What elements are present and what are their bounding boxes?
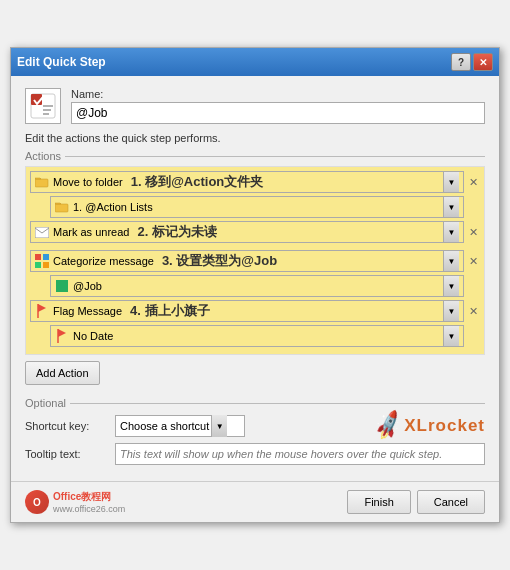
svg-rect-5 — [35, 179, 48, 187]
flag-small-icon — [55, 329, 69, 343]
svg-rect-6 — [55, 204, 68, 212]
action-1-sub-dropdown[interactable]: 1. @Action Lists ▼ — [50, 196, 464, 218]
edit-quick-step-dialog: Edit Quick Step ? ✕ Name: — [10, 47, 500, 523]
action-row-4: Flag Message 4. 插上小旗子 ▼ ✕ — [30, 300, 480, 322]
spacer — [466, 275, 480, 297]
action-3-sub-label: @Job — [73, 280, 102, 292]
action-row-2: Mark as unread 2. 标记为未读 ▼ ✕ — [30, 221, 480, 243]
action-1-dropdown[interactable]: Move to folder 1. 移到@Action文件夹 ▼ — [30, 171, 464, 193]
svg-rect-10 — [35, 262, 41, 268]
action-1-close[interactable]: ✕ — [466, 175, 480, 189]
name-label: Name: — [71, 88, 485, 100]
shortcut-placeholder: Choose a shortcut — [120, 420, 209, 432]
action-2-arrow[interactable]: ▼ — [443, 222, 459, 242]
tooltip-row: Tooltip text: — [25, 443, 485, 465]
rocket-icon: 🚀 — [372, 409, 406, 443]
action-1-sub-row: 1. @Action Lists ▼ — [30, 196, 480, 218]
svg-rect-12 — [56, 280, 68, 292]
action-3-sub-dropdown[interactable]: @Job ▼ — [50, 275, 464, 297]
spacer — [466, 196, 480, 218]
add-action-button[interactable]: Add Action — [25, 361, 100, 385]
checkmark-icon — [29, 92, 57, 120]
action-row-1: Move to folder 1. 移到@Action文件夹 ▼ ✕ — [30, 171, 480, 193]
action-4-dropdown[interactable]: Flag Message 4. 插上小旗子 ▼ — [30, 300, 464, 322]
action-4-sub-arrow[interactable]: ▼ — [443, 326, 459, 346]
envelope-icon — [35, 225, 49, 239]
dialog-content: Name: Edit the actions the quick step pe… — [11, 76, 499, 481]
quick-step-icon-area — [25, 88, 61, 124]
title-bar-buttons: ? ✕ — [451, 53, 493, 71]
action-3-annotation: 3. 设置类型为@Job — [158, 252, 439, 270]
help-button[interactable]: ? — [451, 53, 471, 71]
svg-rect-8 — [35, 254, 41, 260]
finish-button[interactable]: Finish — [347, 490, 410, 514]
folder-small-icon — [55, 200, 69, 214]
action-3-label: Categorize message — [53, 255, 154, 267]
tooltip-input[interactable] — [115, 443, 485, 465]
action-1-arrow[interactable]: ▼ — [443, 172, 459, 192]
svg-marker-13 — [38, 304, 46, 312]
shortcut-wrapper: Choose a shortcut ▼ — [115, 415, 245, 437]
svg-rect-11 — [43, 262, 49, 268]
name-input[interactable] — [71, 102, 485, 124]
flag-icon — [35, 304, 49, 318]
title-bar: Edit Quick Step ? ✕ — [11, 48, 499, 76]
office-site-line1: Office教程网 — [53, 490, 125, 504]
optional-section-label: Optional — [25, 397, 485, 409]
optional-section: Optional Shortcut key: Choose a shortcut… — [25, 397, 485, 465]
description-text: Edit the actions the quick step performs… — [25, 132, 485, 144]
action-3-sub-arrow[interactable]: ▼ — [443, 276, 459, 296]
action-3-arrow[interactable]: ▼ — [443, 251, 459, 271]
action-3-dropdown[interactable]: Categorize message 3. 设置类型为@Job ▼ — [30, 250, 464, 272]
action-4-label: Flag Message — [53, 305, 122, 317]
name-row: Name: — [25, 88, 485, 124]
shortcut-row: Shortcut key: Choose a shortcut ▼ 🚀 XLro… — [25, 413, 485, 439]
action-4-arrow[interactable]: ▼ — [443, 301, 459, 321]
action-3-sub-row: @Job ▼ — [30, 275, 480, 297]
action-1-sub-arrow[interactable]: ▼ — [443, 197, 459, 217]
office-site-text: Office教程网 www.office26.com — [53, 490, 125, 514]
xl-text: XLrocket — [404, 416, 485, 436]
action-2-annotation: 2. 标记为未读 — [133, 223, 439, 241]
svg-marker-15 — [58, 329, 66, 337]
category-icon — [35, 254, 49, 268]
office-site-line2: www.office26.com — [53, 504, 125, 514]
svg-rect-9 — [43, 254, 49, 260]
action-1-annotation: 1. 移到@Action文件夹 — [127, 173, 439, 191]
action-4-annotation: 4. 插上小旗子 — [126, 302, 439, 320]
action-1-label: Move to folder — [53, 176, 123, 188]
dialog-close-button[interactable]: ✕ — [473, 53, 493, 71]
spacer — [466, 325, 480, 347]
cancel-button[interactable]: Cancel — [417, 490, 485, 514]
office-badge: O Office教程网 www.office26.com — [25, 490, 125, 514]
green-square-icon — [55, 279, 69, 293]
action-4-sub-label: No Date — [73, 330, 113, 342]
xlrocket-watermark: 🚀 XLrocket — [375, 413, 485, 439]
actions-area: Move to folder 1. 移到@Action文件夹 ▼ ✕ 1. @A… — [25, 166, 485, 355]
office-icon: O — [25, 490, 49, 514]
shortcut-arrow[interactable]: ▼ — [211, 415, 227, 437]
action-4-sub-row: No Date ▼ — [30, 325, 480, 347]
shortcut-dropdown[interactable]: Choose a shortcut ▼ — [115, 415, 245, 437]
action-2-dropdown[interactable]: Mark as unread 2. 标记为未读 ▼ — [30, 221, 464, 243]
action-4-close[interactable]: ✕ — [466, 304, 480, 318]
tooltip-label: Tooltip text: — [25, 448, 115, 460]
action-row-3: Categorize message 3. 设置类型为@Job ▼ ✕ — [30, 250, 480, 272]
folder-icon — [35, 175, 49, 189]
dialog-title: Edit Quick Step — [17, 55, 106, 69]
actions-section-label: Actions — [25, 150, 485, 162]
action-1-sub-label: 1. @Action Lists — [73, 201, 153, 213]
action-2-close[interactable]: ✕ — [466, 225, 480, 239]
name-fields: Name: — [71, 88, 485, 124]
action-2-label: Mark as unread — [53, 226, 129, 238]
action-3-close[interactable]: ✕ — [466, 254, 480, 268]
action-4-sub-dropdown[interactable]: No Date ▼ — [50, 325, 464, 347]
bottom-bar: O Office教程网 www.office26.com Finish Canc… — [11, 481, 499, 522]
shortcut-label: Shortcut key: — [25, 420, 115, 432]
